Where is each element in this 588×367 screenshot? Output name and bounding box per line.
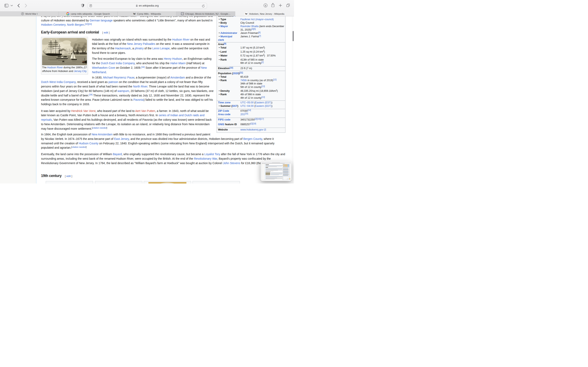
wiki-link[interactable]: Hudson County (79, 142, 98, 145)
sidebar-toggle-icon[interactable] (4, 4, 8, 8)
wiki-link[interactable]: Loyalist Tory (204, 152, 220, 156)
forward-button[interactable] (25, 4, 27, 8)
tab-5[interactable]: WHoboken, New Jersey - Wikipedia (235, 11, 294, 16)
wiki-link[interactable]: citation needed (72, 146, 86, 148)
wiki-link[interactable]: UTC−05:00 (240, 101, 254, 104)
wiki-link[interactable]: Ravinder Bhalla (240, 25, 259, 28)
wiki-link[interactable]: North River (133, 85, 147, 88)
wiki-link[interactable]: [32] (85, 23, 88, 25)
tab-3[interactable]: WCamp Mills - Wikipedia (118, 11, 176, 16)
wiki-link[interactable]: [12] (273, 78, 277, 81)
wiki-link[interactable]: Michael Reyniersz Pauw (103, 76, 134, 79)
privacy-shield-icon[interactable] (81, 4, 84, 7)
wiki-link[interactable]: ZIP Code (218, 109, 229, 112)
wiki-link[interactable]: [17] (260, 118, 264, 120)
wiki-link[interactable]: [6] (258, 31, 260, 34)
wiki-link[interactable]: [15] (245, 113, 248, 115)
wiki-link[interactable]: Amsterdam (170, 76, 185, 79)
wiki-link[interactable]: Hoboken Cemetery, North Bergen (41, 23, 84, 26)
wiki-link[interactable]: Hudson River (47, 66, 63, 69)
wiki-link[interactable]: Time zone (218, 101, 231, 104)
tab-1[interactable]: World War I (0, 11, 59, 16)
wiki-link[interactable]: Henry Hudson (164, 57, 182, 60)
address-bar[interactable]: en.wikipedia.org (87, 3, 207, 9)
wiki-link[interactable]: [18] (253, 123, 256, 125)
wiki-link[interactable]: Bergen County (243, 137, 262, 141)
edit-section-link[interactable]: [ edit ] (65, 175, 72, 178)
wiki-link[interactable]: [7] (259, 35, 261, 37)
red-link[interactable]: Aert Van Putten (135, 109, 155, 113)
wiki-link[interactable]: Pavonia (133, 98, 144, 101)
wiki-link[interactable]: Lenni Lenape (152, 47, 170, 50)
enlarge-icon[interactable] (84, 66, 87, 68)
edit-section-link[interactable]: [ edit ] (102, 31, 110, 34)
wiki-link[interactable]: [5] (254, 28, 256, 30)
wiki-link[interactable]: www.hobokennj.gov (240, 128, 263, 131)
wiki-link[interactable]: [16] (257, 118, 260, 120)
wiki-link[interactable]: Municipal clerk (218, 35, 232, 41)
gallery-box-1[interactable] (46, 181, 93, 184)
wiki-link[interactable]: Eastern (EDT) (255, 105, 272, 108)
wiki-link[interactable]: reprisals (41, 118, 52, 121)
wiki-link[interactable]: John Stevens (223, 161, 240, 165)
wiki-link[interactable]: 201 (240, 113, 245, 116)
wiki-link[interactable]: New Amsterdam (92, 133, 113, 136)
wiki-link[interactable]: German language (90, 19, 112, 22)
downloads-icon[interactable] (264, 3, 268, 7)
wiki-link[interactable]: East Jersey (114, 137, 129, 141)
wiki-link[interactable]: [2] (255, 118, 257, 120)
wiki-link[interactable]: [13] (261, 96, 265, 98)
tab-overview-icon[interactable] (286, 3, 290, 7)
wiki-link[interactable]: [33] (88, 23, 92, 25)
tab-2[interactable]: camp mills wikipedia - Google Search (59, 11, 118, 16)
wiki-link[interactable]: Revolutionary War (194, 157, 217, 160)
hudson-river-1880s-image[interactable] (42, 38, 87, 65)
wiki-link[interactable]: [11] (240, 72, 243, 74)
screenshot-preview-thumbnail[interactable] (261, 161, 291, 181)
wiki-link[interactable]: New (201, 66, 207, 69)
wiki-link[interactable]: [34] (89, 94, 93, 96)
wiki-link[interactable]: [2] (250, 123, 252, 125)
wiki-link[interactable]: [13] (261, 85, 265, 87)
wiki-link[interactable]: DST (232, 105, 237, 108)
wiki-link[interactable]: patroon (108, 80, 118, 83)
wiki-link[interactable]: Mayor (220, 25, 228, 28)
gallery-box-3[interactable] (144, 181, 191, 184)
wiki-link[interactable]: Halve Maen (170, 62, 186, 65)
wiki-link[interactable]: Dutch East India Company (101, 62, 135, 65)
wiki-link[interactable]: 2020 (233, 72, 238, 75)
share-icon[interactable] (271, 3, 275, 7)
reload-icon[interactable] (202, 4, 205, 8)
wiki-link[interactable]: Faulkner Act (mayor–council) (240, 18, 274, 21)
wiki-link[interactable]: Eastern (EST) (255, 101, 272, 104)
wiki-link[interactable]: citation needed (93, 127, 107, 129)
scrollbar-track[interactable] (292, 16, 294, 184)
tab-4[interactable]: GChicago, Illinois to Hoboken, NJ - Goog… (176, 11, 235, 16)
wiki-link[interactable]: wampum (117, 89, 129, 92)
wiki-link[interactable]: [34] (141, 66, 145, 68)
wiki-link[interactable]: UTC−04:00 (240, 105, 254, 108)
wiki-link[interactable]: phratry (135, 47, 144, 50)
wiki-link[interactable]: [10] (229, 67, 233, 69)
wiki-link[interactable]: [4] (251, 28, 254, 30)
wiki-link[interactable]: [2] (261, 61, 264, 63)
wiki-link[interactable]: New Jersey Palisades (127, 42, 155, 45)
wiki-link[interactable]: GNIS (218, 123, 224, 126)
wiki-link[interactable]: Administrator (220, 32, 237, 34)
new-tab-icon[interactable] (279, 4, 282, 7)
wiki-link[interactable]: Bayard (113, 152, 122, 156)
chevron-down-icon[interactable] (11, 5, 13, 6)
wiki-link[interactable]: 745th (240, 79, 247, 82)
scrollbar-thumb[interactable] (293, 31, 294, 41)
wiki-link[interactable]: Weehawken Cove (92, 66, 115, 69)
wiki-link[interactable]: Hudson River (172, 38, 190, 41)
wiki-link[interactable]: series of Indian and Dutch raids and (159, 114, 204, 117)
wiki-link[interactable]: Netherland (92, 71, 106, 74)
thumbnail-hudson-river-engraving[interactable]: The Hudson River during the 1880s,offsho… (41, 37, 88, 75)
wiki-link[interactable]: FIPS code (218, 118, 231, 121)
wiki-link[interactable]: Jersey City (74, 70, 86, 73)
back-button[interactable] (17, 4, 20, 8)
gallery-box-2[interactable] (95, 181, 142, 184)
red-link[interactable]: Hendrick Van Vorst (71, 109, 95, 113)
wiki-link[interactable]: [9] (224, 43, 226, 45)
